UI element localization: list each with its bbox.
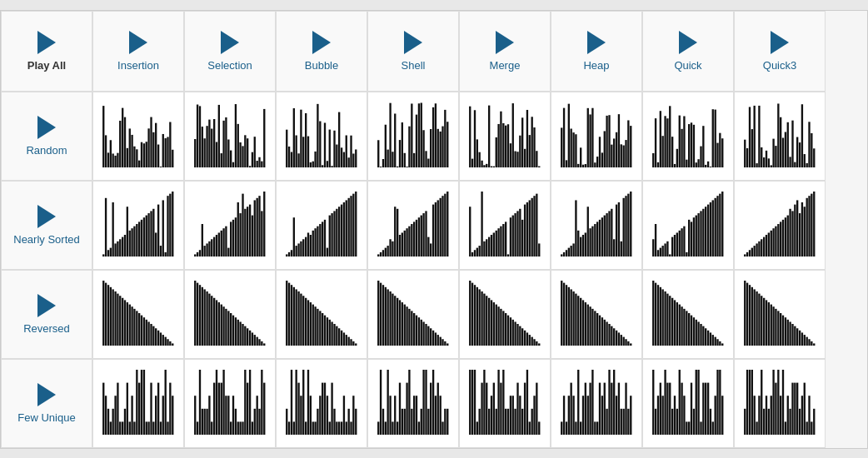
header-shell[interactable]: Shell <box>367 11 459 92</box>
svg-rect-708 <box>787 320 789 346</box>
svg-rect-675 <box>688 313 690 346</box>
viz-nearly-bubble[interactable] <box>276 181 367 270</box>
svg-rect-96 <box>392 152 393 167</box>
play-heap-icon <box>587 31 606 54</box>
svg-rect-692 <box>749 285 751 346</box>
viz-fewunique-quick3[interactable] <box>734 359 826 448</box>
header-selection[interactable]: Selection <box>184 11 276 92</box>
viz-random-bubble[interactable] <box>276 92 367 181</box>
viz-nearly-heap[interactable] <box>551 181 642 270</box>
viz-random-shell[interactable] <box>367 92 459 181</box>
svg-rect-128 <box>488 106 490 167</box>
svg-rect-796 <box>324 383 326 435</box>
svg-rect-346 <box>416 220 417 256</box>
viz-random-merge[interactable] <box>459 92 551 181</box>
svg-rect-662 <box>657 285 659 346</box>
svg-rect-245 <box>114 243 116 256</box>
viz-random-insertion[interactable] <box>92 92 184 181</box>
viz-nearly-quick[interactable] <box>642 181 734 270</box>
viz-reversed-insertion[interactable] <box>92 270 184 359</box>
svg-rect-526 <box>232 316 234 346</box>
viz-fewunique-heap[interactable] <box>551 359 642 448</box>
svg-rect-669 <box>674 300 676 346</box>
svg-rect-435 <box>688 220 690 256</box>
svg-rect-290 <box>242 194 243 256</box>
play-reversed-icon <box>37 294 56 317</box>
svg-rect-275 <box>206 243 207 256</box>
svg-rect-202 <box>705 165 706 167</box>
viz-random-heap[interactable] <box>551 92 642 181</box>
svg-rect-665 <box>664 291 666 346</box>
row-nearlysorted-label[interactable]: Nearly Sorted <box>1 181 92 270</box>
svg-rect-894 <box>618 383 620 435</box>
viz-reversed-selection[interactable] <box>184 270 276 359</box>
svg-rect-221 <box>771 165 772 167</box>
svg-rect-739 <box>147 421 149 435</box>
viz-nearly-quick3[interactable] <box>734 181 826 270</box>
viz-random-quick[interactable] <box>642 92 734 181</box>
viz-reversed-bubble[interactable] <box>276 270 367 359</box>
row-reversed-label[interactable]: Reversed <box>1 270 92 359</box>
svg-rect-678 <box>696 320 697 346</box>
viz-reversed-quick[interactable] <box>642 270 734 359</box>
svg-rect-200 <box>700 147 701 167</box>
svg-rect-241 <box>105 198 107 256</box>
svg-rect-506 <box>165 337 167 346</box>
svg-rect-183 <box>660 111 661 167</box>
header-merge[interactable]: Merge <box>459 11 551 92</box>
header-bubble[interactable]: Bubble <box>276 11 367 92</box>
viz-nearly-shell[interactable] <box>367 181 459 270</box>
svg-rect-90 <box>377 140 379 167</box>
viz-fewunique-insertion[interactable] <box>92 359 184 448</box>
svg-rect-713 <box>799 331 801 346</box>
svg-rect-472 <box>796 200 798 256</box>
svg-rect-681 <box>702 326 704 346</box>
viz-nearly-merge[interactable] <box>459 181 551 270</box>
viz-reversed-quick3[interactable] <box>734 270 826 359</box>
svg-rect-958 <box>811 421 812 435</box>
svg-rect-588 <box>421 320 422 346</box>
svg-rect-701 <box>771 305 772 346</box>
svg-rect-332 <box>382 250 384 256</box>
svg-rect-891 <box>611 383 612 435</box>
viz-fewunique-selection[interactable] <box>184 359 276 448</box>
viz-fewunique-quick[interactable] <box>642 359 734 448</box>
play-all-button[interactable]: Play All <box>1 11 92 92</box>
svg-rect-47 <box>235 104 237 167</box>
row-fewunique-label[interactable]: Few Unique <box>1 359 92 448</box>
viz-random-selection[interactable] <box>184 92 276 181</box>
svg-rect-344 <box>411 224 412 256</box>
header-quick[interactable]: Quick <box>642 11 734 92</box>
viz-fewunique-merge[interactable] <box>459 359 551 448</box>
svg-rect-584 <box>411 311 412 346</box>
viz-reversed-shell[interactable] <box>367 270 459 359</box>
viz-nearly-insertion[interactable] <box>92 181 184 270</box>
svg-rect-149 <box>538 167 540 167</box>
viz-reversed-heap[interactable] <box>551 270 642 359</box>
svg-rect-305 <box>297 243 299 256</box>
svg-rect-235 <box>804 154 806 167</box>
svg-rect-380 <box>516 211 518 256</box>
svg-rect-530 <box>242 324 243 346</box>
play-nearlysorted-icon <box>37 205 56 228</box>
viz-nearly-selection[interactable] <box>184 181 276 270</box>
svg-rect-454 <box>753 246 755 256</box>
svg-rect-612 <box>497 306 499 346</box>
svg-rect-465 <box>780 222 781 256</box>
header-heap[interactable]: Heap <box>551 11 642 92</box>
svg-rect-264 <box>160 246 162 256</box>
svg-rect-310 <box>310 235 312 256</box>
svg-rect-842 <box>474 370 476 435</box>
viz-fewunique-shell[interactable] <box>367 359 459 448</box>
row-random-label[interactable]: Random <box>1 92 92 181</box>
svg-rect-728 <box>122 421 123 435</box>
svg-rect-897 <box>625 383 626 435</box>
svg-rect-604 <box>478 289 480 346</box>
viz-random-quick3[interactable] <box>734 92 826 181</box>
viz-reversed-merge[interactable] <box>459 270 551 359</box>
svg-rect-597 <box>441 339 443 346</box>
header-quick3[interactable]: Quick3 <box>734 11 826 92</box>
viz-fewunique-bubble[interactable] <box>276 359 367 448</box>
svg-rect-497 <box>143 317 145 346</box>
header-insertion[interactable]: Insertion <box>92 11 184 92</box>
